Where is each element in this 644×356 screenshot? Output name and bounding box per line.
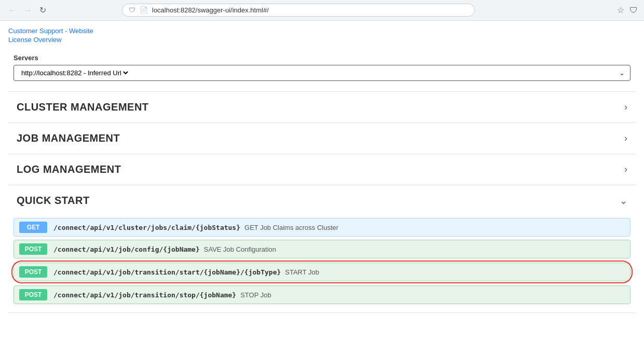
server-select-wrapper[interactable]: http://localhost:8282 - Inferred Url ⌄ (13, 65, 631, 81)
cluster-management-section[interactable]: CLUSTER MANAGEMENT › (8, 92, 636, 123)
endpoint-desc-1: SAVE Job Configuration (204, 245, 276, 253)
page-icon: 📄 (140, 6, 148, 14)
back-button[interactable]: ← (6, 4, 19, 16)
endpoint-desc-2: START Job (285, 268, 319, 276)
quick-start-title: QUICK START (17, 195, 90, 207)
method-badge-post-2: POST (19, 266, 47, 278)
job-chevron-right-icon: › (624, 133, 627, 144)
endpoint-path-2: /connect/api/v1/job/transition/start/{jo… (53, 268, 281, 276)
browser-chrome: ← → ↻ 🛡 📄 localhost:8282/swagger-ui/inde… (0, 0, 644, 21)
server-select[interactable]: http://localhost:8282 - Inferred Url (19, 69, 130, 77)
swagger-body: Servers http://localhost:8282 - Inferred… (8, 54, 636, 313)
log-management-section[interactable]: LOG MANAGEMENT › (8, 154, 636, 185)
breadcrumb-link-license[interactable]: License Overview (8, 36, 636, 44)
forward-button[interactable]: → (22, 4, 34, 16)
endpoint-row-post-start[interactable]: POST /connect/api/v1/job/transition/star… (13, 263, 631, 281)
url-display: localhost:8282/swagger-ui/index.html#/ (152, 6, 468, 14)
endpoint-row-post-stop[interactable]: POST /connect/api/v1/job/transition/stop… (13, 285, 631, 304)
endpoint-desc-3: STOP Job (240, 291, 271, 299)
endpoint-path-1: /connect/api/v1/job/config/{jobName} (53, 245, 200, 253)
job-management-section[interactable]: JOB MANAGEMENT › (8, 123, 636, 154)
breadcrumb: Customer Support - Website License Overv… (8, 27, 636, 44)
method-badge-post-3: POST (19, 289, 47, 300)
log-management-title: LOG MANAGEMENT (17, 163, 121, 175)
servers-label: Servers (13, 54, 631, 62)
quick-start-section: QUICK START ⌄ GET /connect/api/v1/cluste… (8, 185, 636, 313)
quick-start-header[interactable]: QUICK START ⌄ (8, 185, 636, 216)
cluster-management-title: CLUSTER MANAGEMENT (17, 101, 149, 113)
page-content: Customer Support - Website License Overv… (0, 21, 644, 319)
endpoint-desc-0: GET Job Claims across Cluster (244, 224, 338, 231)
job-management-title: JOB MANAGEMENT (17, 132, 120, 144)
nav-buttons: ← → ↻ (6, 4, 48, 16)
address-bar[interactable]: 🛡 📄 localhost:8282/swagger-ui/index.html… (122, 4, 475, 17)
endpoint-path-0: /connect/api/v1/cluster/jobs/claim/{jobS… (53, 224, 240, 231)
endpoint-row-post-config[interactable]: POST /connect/api/v1/job/config/{jobName… (13, 240, 631, 258)
bookmark-button[interactable]: ☆ (617, 5, 624, 15)
endpoints-list: GET /connect/api/v1/cluster/jobs/claim/{… (8, 216, 636, 312)
chevron-down-icon: ⌄ (619, 69, 625, 77)
method-badge-get: GET (19, 222, 47, 233)
api-sections: CLUSTER MANAGEMENT › JOB MANAGEMENT › LO… (8, 91, 636, 313)
extension-button[interactable]: 🛡 (629, 6, 638, 15)
cluster-chevron-right-icon: › (624, 102, 627, 113)
breadcrumb-link-support[interactable]: Customer Support - Website (8, 27, 636, 35)
endpoint-row-get-claims[interactable]: GET /connect/api/v1/cluster/jobs/claim/{… (13, 218, 631, 237)
quick-start-chevron-down-icon: ⌄ (620, 195, 627, 207)
servers-section: Servers http://localhost:8282 - Inferred… (8, 54, 636, 81)
method-badge-post-1: POST (19, 243, 47, 255)
security-icon: 🛡 (129, 6, 135, 14)
endpoint-path-3: /connect/api/v1/job/transition/stop/{job… (53, 291, 236, 299)
log-chevron-right-icon: › (624, 164, 627, 175)
reload-button[interactable]: ↻ (37, 4, 48, 16)
